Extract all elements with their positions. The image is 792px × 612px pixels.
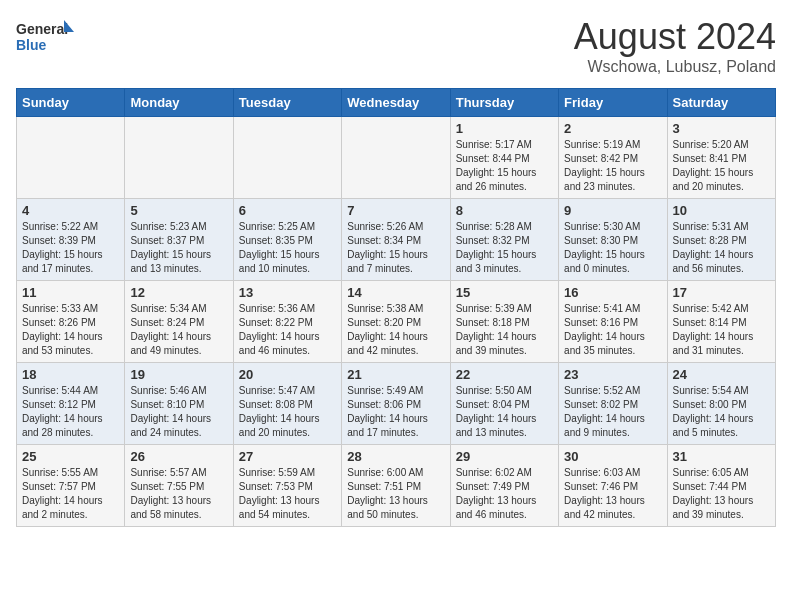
day-info: Sunrise: 5:30 AM Sunset: 8:30 PM Dayligh… xyxy=(564,220,661,276)
weekday-header-wednesday: Wednesday xyxy=(342,89,450,117)
calendar-cell: 19Sunrise: 5:46 AM Sunset: 8:10 PM Dayli… xyxy=(125,363,233,445)
day-info: Sunrise: 5:42 AM Sunset: 8:14 PM Dayligh… xyxy=(673,302,770,358)
day-number: 14 xyxy=(347,285,444,300)
day-info: Sunrise: 5:47 AM Sunset: 8:08 PM Dayligh… xyxy=(239,384,336,440)
calendar-cell xyxy=(17,117,125,199)
day-number: 24 xyxy=(673,367,770,382)
calendar-cell: 3Sunrise: 5:20 AM Sunset: 8:41 PM Daylig… xyxy=(667,117,775,199)
svg-text:Blue: Blue xyxy=(16,37,47,53)
calendar-cell: 29Sunrise: 6:02 AM Sunset: 7:49 PM Dayli… xyxy=(450,445,558,527)
day-number: 16 xyxy=(564,285,661,300)
calendar-cell: 23Sunrise: 5:52 AM Sunset: 8:02 PM Dayli… xyxy=(559,363,667,445)
day-number: 9 xyxy=(564,203,661,218)
day-info: Sunrise: 5:59 AM Sunset: 7:53 PM Dayligh… xyxy=(239,466,336,522)
title-block: August 2024 Wschowa, Lubusz, Poland xyxy=(574,16,776,76)
day-number: 5 xyxy=(130,203,227,218)
calendar-cell: 7Sunrise: 5:26 AM Sunset: 8:34 PM Daylig… xyxy=(342,199,450,281)
day-info: Sunrise: 5:49 AM Sunset: 8:06 PM Dayligh… xyxy=(347,384,444,440)
calendar-cell: 28Sunrise: 6:00 AM Sunset: 7:51 PM Dayli… xyxy=(342,445,450,527)
day-number: 15 xyxy=(456,285,553,300)
day-info: Sunrise: 5:57 AM Sunset: 7:55 PM Dayligh… xyxy=(130,466,227,522)
day-number: 19 xyxy=(130,367,227,382)
day-number: 28 xyxy=(347,449,444,464)
day-number: 25 xyxy=(22,449,119,464)
calendar-cell: 12Sunrise: 5:34 AM Sunset: 8:24 PM Dayli… xyxy=(125,281,233,363)
day-info: Sunrise: 6:03 AM Sunset: 7:46 PM Dayligh… xyxy=(564,466,661,522)
calendar-cell: 9Sunrise: 5:30 AM Sunset: 8:30 PM Daylig… xyxy=(559,199,667,281)
day-info: Sunrise: 6:02 AM Sunset: 7:49 PM Dayligh… xyxy=(456,466,553,522)
day-info: Sunrise: 5:55 AM Sunset: 7:57 PM Dayligh… xyxy=(22,466,119,522)
calendar-cell: 18Sunrise: 5:44 AM Sunset: 8:12 PM Dayli… xyxy=(17,363,125,445)
calendar-cell: 26Sunrise: 5:57 AM Sunset: 7:55 PM Dayli… xyxy=(125,445,233,527)
day-info: Sunrise: 6:05 AM Sunset: 7:44 PM Dayligh… xyxy=(673,466,770,522)
day-info: Sunrise: 5:31 AM Sunset: 8:28 PM Dayligh… xyxy=(673,220,770,276)
weekday-header-monday: Monday xyxy=(125,89,233,117)
logo: GeneralBlue xyxy=(16,16,76,56)
calendar-cell: 24Sunrise: 5:54 AM Sunset: 8:00 PM Dayli… xyxy=(667,363,775,445)
day-number: 6 xyxy=(239,203,336,218)
day-info: Sunrise: 5:22 AM Sunset: 8:39 PM Dayligh… xyxy=(22,220,119,276)
day-number: 3 xyxy=(673,121,770,136)
calendar-cell: 20Sunrise: 5:47 AM Sunset: 8:08 PM Dayli… xyxy=(233,363,341,445)
day-info: Sunrise: 5:54 AM Sunset: 8:00 PM Dayligh… xyxy=(673,384,770,440)
day-number: 23 xyxy=(564,367,661,382)
day-number: 13 xyxy=(239,285,336,300)
day-info: Sunrise: 5:23 AM Sunset: 8:37 PM Dayligh… xyxy=(130,220,227,276)
weekday-header-friday: Friday xyxy=(559,89,667,117)
day-info: Sunrise: 5:39 AM Sunset: 8:18 PM Dayligh… xyxy=(456,302,553,358)
day-number: 30 xyxy=(564,449,661,464)
calendar-cell: 14Sunrise: 5:38 AM Sunset: 8:20 PM Dayli… xyxy=(342,281,450,363)
day-number: 22 xyxy=(456,367,553,382)
day-info: Sunrise: 5:17 AM Sunset: 8:44 PM Dayligh… xyxy=(456,138,553,194)
calendar-cell: 25Sunrise: 5:55 AM Sunset: 7:57 PM Dayli… xyxy=(17,445,125,527)
day-number: 2 xyxy=(564,121,661,136)
logo-icon: GeneralBlue xyxy=(16,16,76,56)
day-number: 18 xyxy=(22,367,119,382)
calendar-table: SundayMondayTuesdayWednesdayThursdayFrid… xyxy=(16,88,776,527)
day-number: 17 xyxy=(673,285,770,300)
calendar-cell: 13Sunrise: 5:36 AM Sunset: 8:22 PM Dayli… xyxy=(233,281,341,363)
calendar-cell: 1Sunrise: 5:17 AM Sunset: 8:44 PM Daylig… xyxy=(450,117,558,199)
day-info: Sunrise: 5:52 AM Sunset: 8:02 PM Dayligh… xyxy=(564,384,661,440)
day-number: 12 xyxy=(130,285,227,300)
day-number: 11 xyxy=(22,285,119,300)
weekday-header-thursday: Thursday xyxy=(450,89,558,117)
page-header: GeneralBlue August 2024 Wschowa, Lubusz,… xyxy=(16,16,776,76)
calendar-cell xyxy=(233,117,341,199)
day-number: 8 xyxy=(456,203,553,218)
day-number: 4 xyxy=(22,203,119,218)
day-info: Sunrise: 5:19 AM Sunset: 8:42 PM Dayligh… xyxy=(564,138,661,194)
day-number: 1 xyxy=(456,121,553,136)
day-info: Sunrise: 5:33 AM Sunset: 8:26 PM Dayligh… xyxy=(22,302,119,358)
calendar-cell: 4Sunrise: 5:22 AM Sunset: 8:39 PM Daylig… xyxy=(17,199,125,281)
day-info: Sunrise: 5:36 AM Sunset: 8:22 PM Dayligh… xyxy=(239,302,336,358)
calendar-week-5: 25Sunrise: 5:55 AM Sunset: 7:57 PM Dayli… xyxy=(17,445,776,527)
calendar-week-3: 11Sunrise: 5:33 AM Sunset: 8:26 PM Dayli… xyxy=(17,281,776,363)
month-year: August 2024 xyxy=(574,16,776,58)
weekday-header-saturday: Saturday xyxy=(667,89,775,117)
day-number: 10 xyxy=(673,203,770,218)
weekday-header-row: SundayMondayTuesdayWednesdayThursdayFrid… xyxy=(17,89,776,117)
calendar-cell: 5Sunrise: 5:23 AM Sunset: 8:37 PM Daylig… xyxy=(125,199,233,281)
calendar-cell: 17Sunrise: 5:42 AM Sunset: 8:14 PM Dayli… xyxy=(667,281,775,363)
day-info: Sunrise: 5:25 AM Sunset: 8:35 PM Dayligh… xyxy=(239,220,336,276)
day-info: Sunrise: 5:28 AM Sunset: 8:32 PM Dayligh… xyxy=(456,220,553,276)
calendar-week-4: 18Sunrise: 5:44 AM Sunset: 8:12 PM Dayli… xyxy=(17,363,776,445)
day-number: 20 xyxy=(239,367,336,382)
calendar-cell xyxy=(125,117,233,199)
day-info: Sunrise: 5:38 AM Sunset: 8:20 PM Dayligh… xyxy=(347,302,444,358)
calendar-cell: 30Sunrise: 6:03 AM Sunset: 7:46 PM Dayli… xyxy=(559,445,667,527)
calendar-cell: 11Sunrise: 5:33 AM Sunset: 8:26 PM Dayli… xyxy=(17,281,125,363)
day-number: 27 xyxy=(239,449,336,464)
day-info: Sunrise: 5:26 AM Sunset: 8:34 PM Dayligh… xyxy=(347,220,444,276)
day-info: Sunrise: 5:20 AM Sunset: 8:41 PM Dayligh… xyxy=(673,138,770,194)
calendar-week-2: 4Sunrise: 5:22 AM Sunset: 8:39 PM Daylig… xyxy=(17,199,776,281)
day-info: Sunrise: 5:46 AM Sunset: 8:10 PM Dayligh… xyxy=(130,384,227,440)
day-number: 26 xyxy=(130,449,227,464)
calendar-week-1: 1Sunrise: 5:17 AM Sunset: 8:44 PM Daylig… xyxy=(17,117,776,199)
day-info: Sunrise: 5:34 AM Sunset: 8:24 PM Dayligh… xyxy=(130,302,227,358)
calendar-cell: 6Sunrise: 5:25 AM Sunset: 8:35 PM Daylig… xyxy=(233,199,341,281)
day-number: 31 xyxy=(673,449,770,464)
calendar-cell: 2Sunrise: 5:19 AM Sunset: 8:42 PM Daylig… xyxy=(559,117,667,199)
calendar-cell: 21Sunrise: 5:49 AM Sunset: 8:06 PM Dayli… xyxy=(342,363,450,445)
